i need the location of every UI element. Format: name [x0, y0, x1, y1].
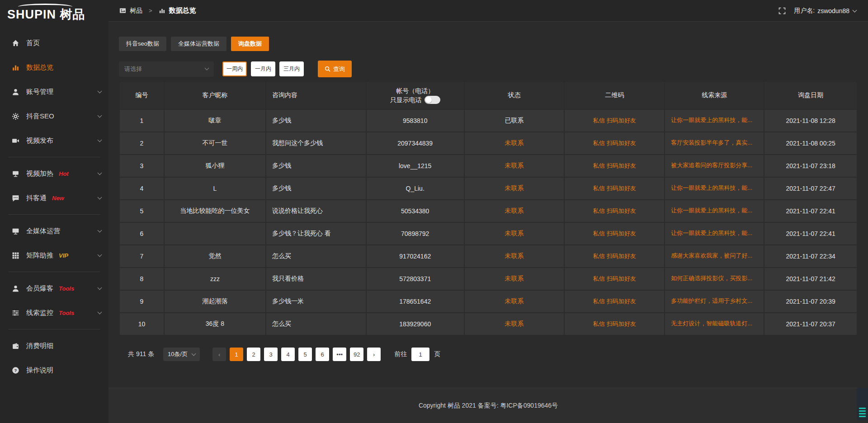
page-ellipsis-button[interactable]: •••	[333, 348, 346, 361]
qr-link[interactable]: 扫码加好友	[607, 230, 636, 237]
cell-qrcode: 私信扫码加好友	[565, 268, 664, 290]
fullscreen-icon[interactable]	[778, 7, 786, 14]
qr-link[interactable]: 私信	[593, 253, 605, 259]
source-link[interactable]: 如何正确选择投影仪，买投影...	[671, 274, 752, 282]
sidebar-item-7[interactable]: 抖客通New	[0, 186, 108, 210]
heat-icon	[12, 170, 19, 178]
prev-page-button[interactable]: ‹	[212, 348, 226, 361]
cell-status: 已联系	[465, 110, 564, 132]
sidebar-item-3[interactable]: 账号管理	[0, 80, 108, 104]
column-header-label: 咨询内容	[272, 91, 297, 99]
table-row: 6多少钱？让我死心 看70898792未联系私信扫码加好友让你一眼就爱上的黑科技…	[120, 223, 857, 244]
sidebar-item-6[interactable]: 视频加热Hot	[0, 161, 108, 186]
phone-only-toggle[interactable]	[425, 96, 440, 104]
source-link[interactable]: 被大家追着问的客厅投影分享...	[671, 161, 752, 169]
column-header-8: 询盘日期	[764, 82, 857, 109]
source-link[interactable]: 客厅安装投影半年多了，真实...	[671, 139, 752, 147]
range-button-3[interactable]: 三月内	[279, 61, 304, 76]
question-icon: ?	[12, 367, 19, 374]
source-link[interactable]: 让你一眼就爱上的黑科技，能...	[671, 116, 752, 124]
sidebar-item-9[interactable]: 矩阵助推VIP	[0, 243, 108, 268]
range-button-2[interactable]: 一月内	[251, 61, 275, 76]
qr-link[interactable]: 私信	[593, 162, 605, 169]
chevron-down-icon	[98, 170, 102, 175]
cell-source: 被大家追着问的客厅投影分享...	[665, 155, 764, 177]
sidebar-item-10[interactable]: 会员爆客Tools	[0, 276, 108, 301]
pagination: 共 911 条 10条/页 ‹123456•••92› 前往 页	[119, 348, 858, 361]
page-button-92[interactable]: 92	[350, 348, 363, 361]
cell-date: 2021-11-07 22:47	[764, 178, 857, 199]
source-link[interactable]: 让你一眼就爱上的黑科技，能...	[671, 229, 752, 237]
qr-link[interactable]: 私信	[593, 207, 605, 214]
qr-link[interactable]: 扫码加好友	[607, 298, 636, 305]
sidebar-item-1[interactable]: 首页	[0, 31, 108, 55]
tab-1[interactable]: 抖音seo数据	[119, 37, 166, 51]
page-button-1[interactable]: 1	[230, 348, 243, 361]
page-button-2[interactable]: 2	[247, 348, 260, 361]
breadcrumb-home[interactable]: 树品	[130, 7, 142, 15]
page-button-6[interactable]: 6	[316, 348, 329, 361]
source-link[interactable]: 让你一眼就爱上的黑科技，能...	[671, 184, 752, 192]
cell-source: 如何正确选择投影仪，买投影...	[665, 268, 764, 290]
qr-link[interactable]: 私信	[593, 320, 605, 327]
qr-link[interactable]: 扫码加好友	[607, 320, 636, 327]
page-button-5[interactable]: 5	[298, 348, 312, 361]
search-button[interactable]: 查询	[318, 61, 352, 77]
user-menu[interactable]: 用户名: zswodun88	[794, 7, 856, 15]
qr-link[interactable]: 私信	[593, 298, 605, 305]
cell-status: 未联系	[465, 200, 564, 222]
cell-date: 2021-11-07 20:37	[764, 313, 857, 335]
table-row: 8zzz我只看价格572803371未联系私信扫码加好友如何正确选择投影仪，买投…	[120, 268, 857, 290]
goto-page-input[interactable]	[411, 348, 429, 361]
sidebar-item-4[interactable]: 抖音SEO	[0, 104, 108, 128]
cell-date: 2021-11-08 12:28	[764, 110, 857, 132]
qr-link[interactable]: 扫码加好友	[607, 275, 636, 282]
cell-account: 572803371	[367, 268, 464, 290]
qr-link[interactable]: 扫码加好友	[607, 185, 636, 192]
qr-link[interactable]: 扫码加好友	[607, 140, 636, 146]
qr-link[interactable]: 私信	[593, 140, 605, 146]
floating-widget[interactable]	[857, 388, 868, 420]
tab-2[interactable]: 全媒体运营数据	[171, 37, 226, 51]
qr-link[interactable]: 私信	[593, 275, 605, 282]
sidebar-item-13[interactable]: ?操作说明	[0, 358, 108, 382]
goto-label: 前往	[394, 350, 407, 358]
qr-link[interactable]: 私信	[593, 230, 605, 237]
tab-3[interactable]: 询盘数据	[231, 37, 269, 51]
sidebar-item-2[interactable]: 数据总览	[0, 55, 108, 80]
source-link[interactable]: 无主灯设计，智能磁吸轨道灯...	[671, 320, 752, 328]
username: zswodun88	[817, 7, 849, 14]
sidebar-item-5[interactable]: 视频发布	[0, 128, 108, 153]
page-size-select[interactable]: 10条/页	[163, 348, 200, 361]
source-link[interactable]: 让你一眼就爱上的黑科技，能...	[671, 207, 752, 215]
sidebar-item-label: 矩阵助推	[26, 251, 53, 260]
cell-no: 6	[120, 223, 164, 244]
total-count: 共 911 条	[128, 350, 154, 358]
qr-link[interactable]: 私信	[593, 117, 605, 124]
qr-link[interactable]: 私信	[593, 185, 605, 192]
sidebar-item-12[interactable]: 消费明细	[0, 334, 108, 358]
chevron-down-icon	[98, 113, 102, 118]
qr-link[interactable]: 扫码加好友	[607, 207, 636, 214]
filter-select[interactable]: 请选择	[119, 61, 214, 77]
sidebar-item-label: 数据总览	[26, 63, 53, 72]
qr-link[interactable]: 扫码加好友	[607, 162, 636, 169]
cell-content: 多少钱	[266, 155, 366, 177]
range-button-1[interactable]: 一周内	[222, 61, 247, 76]
sidebar-item-11[interactable]: 线索监控Tools	[0, 301, 108, 325]
page-button-4[interactable]: 4	[281, 348, 295, 361]
cell-content: 多少钱？让我死心 看	[266, 223, 366, 244]
cell-date: 2021-11-07 22:41	[764, 200, 857, 222]
cell-no: 7	[120, 245, 164, 267]
source-link[interactable]: 感谢大家喜欢我家，被问了好...	[671, 252, 752, 260]
qr-link[interactable]: 扫码加好友	[607, 253, 636, 259]
page-button-3[interactable]: 3	[264, 348, 278, 361]
column-header-label: 状态	[508, 91, 521, 99]
source-link[interactable]: 多功能护栏灯，适用于乡村文...	[671, 297, 752, 305]
next-page-button[interactable]: ›	[367, 348, 381, 361]
cell-nickname: 狐小狸	[165, 155, 265, 177]
sidebar-item-8[interactable]: 全媒体运营	[0, 219, 108, 243]
cell-content: 说说价格让我死心	[266, 200, 366, 222]
qr-link[interactable]: 扫码加好友	[607, 117, 636, 124]
cell-status: 未联系	[465, 132, 564, 154]
